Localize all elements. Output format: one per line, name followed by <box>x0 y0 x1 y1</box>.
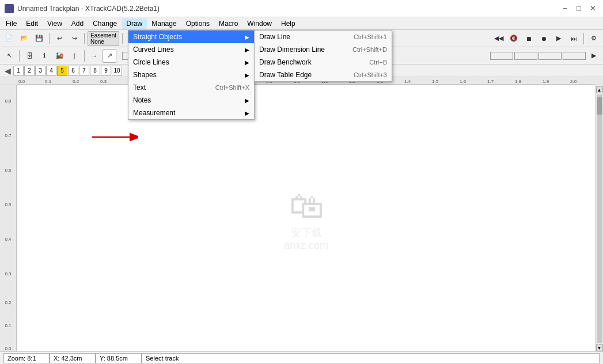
straight-objects-label: Straight Objects <box>133 33 182 41</box>
menu-draw[interactable]: Draw <box>122 18 147 29</box>
menu-manage[interactable]: Manage <box>147 18 181 29</box>
menu-window[interactable]: Window <box>242 18 276 29</box>
svg-text:0.3: 0.3 <box>100 79 107 84</box>
app-icon <box>5 4 14 13</box>
draw-arrow-button[interactable]: ↗ <box>103 49 116 63</box>
draw-benchwork-shortcut: Ctrl+B <box>369 59 387 66</box>
menu-notes[interactable]: Notes ▶ <box>128 94 254 107</box>
menu-add[interactable]: Add <box>67 18 88 29</box>
submenu-draw-benchwork[interactable]: Draw Benchwork Ctrl+B <box>255 56 392 69</box>
svg-text:0.1: 0.1 <box>5 323 12 328</box>
curved-lines-arrow: ▶ <box>245 47 249 53</box>
num-4[interactable]: 4 <box>46 66 56 76</box>
submenu-draw-line[interactable]: Draw Line Ctrl+Shift+1 <box>255 31 392 43</box>
close-button[interactable]: ✕ <box>587 3 598 14</box>
menu-measurement[interactable]: Measurement ▶ <box>128 107 254 119</box>
stop-button[interactable]: ⏹ <box>522 32 536 46</box>
track-button[interactable]: 🚂 <box>52 49 66 63</box>
track-pattern-r2 <box>514 52 537 60</box>
num-7[interactable]: 7 <box>79 66 89 76</box>
svg-text:1.7: 1.7 <box>487 79 494 84</box>
svg-text:1.8: 1.8 <box>515 79 522 84</box>
num-6[interactable]: 6 <box>68 66 78 76</box>
ff-button[interactable]: ⏭ <box>567 32 581 46</box>
menu-macro[interactable]: Macro <box>214 18 242 29</box>
svg-text:0.3: 0.3 <box>5 271 12 276</box>
red-arrow-indicator <box>92 126 138 150</box>
svg-text:0.8: 0.8 <box>5 98 12 104</box>
num-5[interactable]: 5 <box>57 66 67 76</box>
num-1[interactable]: 1 <box>13 66 24 76</box>
prev-num-button[interactable]: ◀ <box>2 66 13 75</box>
left-ruler: 0.8 0.7 0.6 0.5 0.4 0.3 0.2 0.1 0.0 <box>0 85 17 352</box>
undo-button[interactable]: ↩ <box>52 32 66 46</box>
scroll-thumb[interactable] <box>597 97 602 115</box>
svg-text:1.4: 1.4 <box>404 79 411 84</box>
svg-text:0.4: 0.4 <box>5 237 12 242</box>
scroll-up-button[interactable]: ▲ <box>596 86 603 93</box>
num-2[interactable]: 2 <box>24 66 35 76</box>
prev-nav-button[interactable]: ◀◀ <box>492 32 506 46</box>
draw-dimension-line-shortcut: Ctrl+Shift+D <box>352 46 387 53</box>
notes-label: Notes <box>133 96 151 104</box>
menu-file[interactable]: File <box>1 18 21 29</box>
draw-dimension-line-label: Draw Dimension Line <box>259 46 325 54</box>
measurement-label: Measurement <box>133 109 175 117</box>
draw-table-edge-shortcut: Ctrl+Shift+3 <box>354 71 387 78</box>
svg-text:2.0: 2.0 <box>570 79 577 84</box>
svg-text:0.5: 0.5 <box>5 202 12 207</box>
maximize-button[interactable]: □ <box>573 3 585 14</box>
minimize-button[interactable]: − <box>559 3 571 14</box>
menu-curved-lines[interactable]: Curved Lines ▶ <box>128 43 254 56</box>
circle-lines-label: Circle Lines <box>133 58 169 66</box>
title-bar: Unnamed Trackplan - XTrackCAD(5.2.2Beta1… <box>0 0 603 17</box>
x-coord-display: X: 42.3cm <box>50 353 96 363</box>
new-button[interactable]: 📄 <box>2 32 16 46</box>
settings-button[interactable]: ⚙ <box>587 32 601 46</box>
menu-shapes[interactable]: Shapes ▶ <box>128 69 254 81</box>
menu-text[interactable]: Text Ctrl+Shift+X <box>128 81 254 94</box>
separator-5 <box>583 33 584 44</box>
scroll-track <box>597 94 602 343</box>
track-pattern-r4 <box>563 52 586 60</box>
arrow-button[interactable]: → <box>88 49 101 63</box>
svg-text:0.2: 0.2 <box>5 300 12 305</box>
mute-button[interactable]: 🔇 <box>507 32 521 46</box>
submenu-draw-table-edge[interactable]: Draw Table Edge Ctrl+Shift+3 <box>255 69 392 81</box>
measurement-arrow: ▶ <box>245 110 249 116</box>
draw-table-edge-label: Draw Table Edge <box>259 71 312 79</box>
submenu-draw-dimension-line[interactable]: Draw Dimension Line Ctrl+Shift+D <box>255 43 392 56</box>
curve-button[interactable]: ∫ <box>67 49 81 63</box>
text-shortcut: Ctrl+Shift+X <box>215 84 249 91</box>
rec-button[interactable]: ⏺ <box>537 32 551 46</box>
num-10[interactable]: 10 <box>112 66 122 76</box>
save-button[interactable]: 💾 <box>32 32 46 46</box>
canvas-area[interactable]: 🛍 安下载 anxz.com <box>17 85 595 352</box>
curved-lines-label: Curved Lines <box>133 46 174 54</box>
watermark: 🛍 安下载 anxz.com <box>284 186 328 252</box>
num-3[interactable]: 3 <box>35 66 45 76</box>
db-button[interactable]: 🗄 <box>22 49 36 63</box>
info-button[interactable]: ℹ <box>37 49 51 63</box>
menu-circle-lines[interactable]: Circle Lines ▶ <box>128 56 254 69</box>
menu-change[interactable]: Change <box>88 18 122 29</box>
num-9[interactable]: 9 <box>101 66 111 76</box>
draw-benchwork-label: Draw Benchwork <box>259 58 312 66</box>
menu-help[interactable]: Help <box>276 18 300 29</box>
straight-objects-arrow: ▶ <box>245 34 249 40</box>
menu-straight-objects[interactable]: Straight Objects ▶ <box>128 31 254 43</box>
next-nav-button[interactable]: ▶ <box>587 49 601 63</box>
svg-text:0.1: 0.1 <box>45 79 52 84</box>
track-pattern-r1 <box>490 52 513 60</box>
scroll-down-button[interactable]: ▼ <box>596 344 603 351</box>
select-button[interactable]: ↖ <box>2 49 16 63</box>
redo-button[interactable]: ↪ <box>67 32 81 46</box>
play-button[interactable]: ▶ <box>552 32 566 46</box>
y-coord-display: Y: 88.5cm <box>96 353 142 363</box>
menu-view[interactable]: View <box>43 18 67 29</box>
open-button[interactable]: 📂 <box>17 32 31 46</box>
right-scrollbar[interactable]: ▲ ▼ <box>595 85 603 352</box>
menu-edit[interactable]: Edit <box>21 18 43 29</box>
menu-options[interactable]: Options <box>181 18 214 29</box>
num-8[interactable]: 8 <box>90 66 100 76</box>
